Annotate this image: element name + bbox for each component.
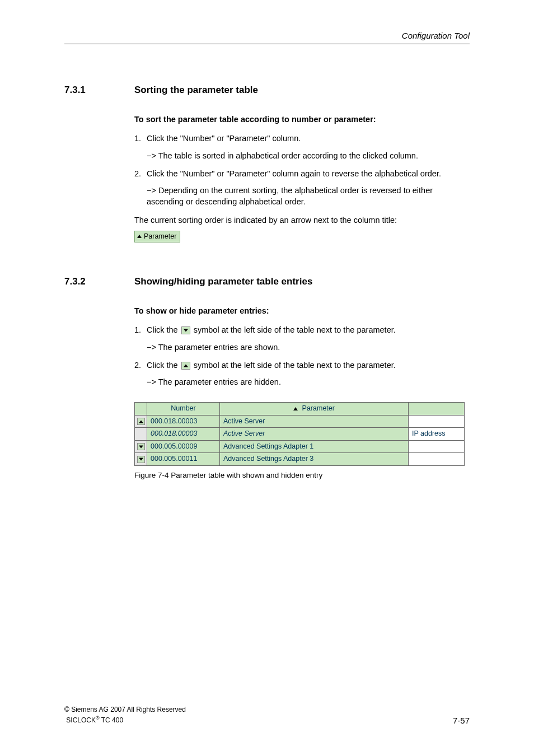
section-732: 7.3.2 Showing/hiding parameter table ent… [64, 276, 470, 481]
section-title: Showing/hiding parameter table entries [134, 276, 312, 287]
row-toggle-cell[interactable] [135, 440, 147, 453]
step-text: Click the "Number" or "Parameter" column… [147, 133, 470, 144]
step-number: 2. [134, 360, 147, 371]
sort-indicator-example: Parameter [134, 231, 180, 243]
row-toggle-cell [135, 428, 147, 441]
cell-value: IP address [409, 428, 465, 441]
expand-row-icon[interactable] [137, 443, 145, 450]
table-row: 000.005.00011Advanced Settings Adapter 3 [135, 453, 465, 466]
header-rule [64, 44, 470, 44]
cell-number: 000.018.00003 [147, 415, 220, 428]
cell-number: 000.005.00009 [147, 440, 220, 453]
cell-parameter: Advanced Settings Adapter 1 [220, 440, 409, 453]
cell-number: 000.005.00011 [147, 453, 220, 466]
col-parameter-label: Parameter [302, 404, 335, 412]
step-result: −> The table is sorted in alphabetical o… [147, 150, 470, 161]
collapse-row-icon[interactable] [137, 418, 145, 425]
step-text: Click the symbol at the left side of the… [147, 324, 470, 335]
cell-parameter: Active Server [220, 428, 409, 441]
collapse-button-icon [181, 362, 190, 370]
cell-value [409, 453, 465, 466]
section-title: Sorting the parameter table [134, 85, 258, 96]
section-number: 7.3.1 [64, 85, 134, 96]
header-title: Configuration Tool [64, 31, 470, 40]
footer-copyright: © Siemens AG 2007 All Rights Reserved [64, 705, 186, 715]
expand-button-icon [181, 326, 190, 334]
table-row: 000.018.00003Active Server [135, 415, 465, 428]
subheading: To show or hide parameter entries: [134, 305, 470, 316]
cell-value [409, 440, 465, 453]
cell-number: 000.018.00003 [147, 428, 220, 441]
row-toggle-cell[interactable] [135, 415, 147, 428]
cell-parameter: Advanced Settings Adapter 3 [220, 453, 409, 466]
section-number: 7.3.2 [64, 276, 134, 287]
arrow-up-icon [137, 235, 142, 238]
row-toggle-cell[interactable] [135, 453, 147, 466]
col-parameter[interactable]: Parameter [220, 403, 409, 416]
footer-product: SICLOCK® TC 400 [64, 715, 186, 725]
step-result: −> The parameter entries are hidden. [147, 376, 470, 388]
text-fragment: symbol at the left side of the table nex… [191, 325, 396, 334]
subheading: To sort the parameter table according to… [134, 114, 470, 125]
step-number: 1. [134, 324, 147, 335]
text-fragment: Click the [147, 325, 180, 334]
sort-indicator-label: Parameter [144, 232, 176, 240]
table-row: 000.005.00009Advanced Settings Adapter 1 [135, 440, 465, 453]
parameter-table: Number Parameter 000.018.00003Active Ser… [134, 402, 465, 466]
table-row: 000.018.00003Active ServerIP address [135, 428, 465, 441]
figure-wrapper: Number Parameter 000.018.00003Active Ser… [134, 402, 470, 480]
expand-row-icon[interactable] [137, 456, 145, 463]
step-number: 1. [134, 133, 147, 144]
step-result: −> The parameter entries are shown. [147, 342, 470, 353]
cell-parameter: Active Server [220, 415, 409, 428]
col-value [409, 403, 465, 416]
text-fragment: Click the [147, 361, 180, 370]
section-731: 7.3.1 Sorting the parameter table To sor… [64, 85, 470, 242]
text-fragment: symbol at the left side of the table nex… [191, 361, 396, 370]
page-footer: © Siemens AG 2007 All Rights Reserved SI… [64, 705, 470, 725]
arrow-up-icon [293, 407, 298, 410]
col-number[interactable]: Number [147, 403, 220, 416]
step-text: Click the "Number" or "Parameter" column… [147, 168, 470, 179]
step-text: Click the symbol at the left side of the… [147, 360, 470, 371]
page-number: 7-57 [453, 716, 470, 725]
col-toggle [135, 403, 147, 416]
step-result: −> Depending on the current sorting, the… [147, 185, 470, 208]
figure-caption: Figure 7-4 Parameter table with shown an… [134, 470, 470, 481]
step-number: 2. [134, 168, 147, 179]
paragraph: The current sorting order is indicated b… [134, 214, 470, 226]
cell-value [409, 415, 465, 428]
